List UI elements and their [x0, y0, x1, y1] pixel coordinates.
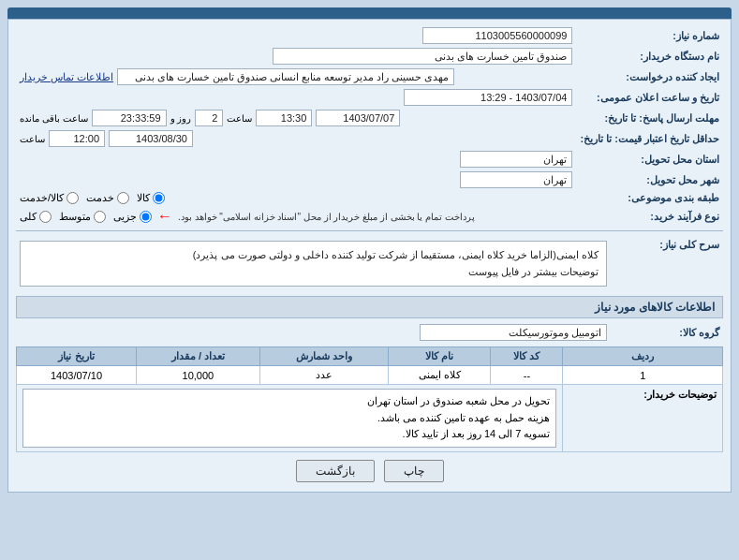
- days-label: روز و: [170, 113, 192, 124]
- products-section-title: اطلاعات کالاهای مورد نیاز: [16, 296, 723, 318]
- col-product-name: نام کالا: [389, 347, 491, 366]
- summary-row: سرح کلی نیاز: کلاه ایمنی(الزاما خرید کلا…: [16, 235, 723, 292]
- contact-link[interactable]: اطلاعات تماس خریدار: [20, 71, 113, 83]
- city-input: [460, 171, 572, 188]
- remain-input: [92, 110, 167, 126]
- buyer-org-row: نام دستگاه خریدار:: [16, 46, 723, 66]
- time-label: ساعت: [227, 113, 252, 124]
- print-button[interactable]: چاپ: [384, 460, 444, 482]
- col-unit-code: واحد شمارش: [259, 347, 388, 366]
- back-button[interactable]: بازگشت: [296, 460, 375, 482]
- remain-label: ساعت باقی مانده: [20, 113, 88, 124]
- product-group-label: گروه کالا:: [611, 322, 723, 343]
- red-arrow-icon: ←: [157, 208, 172, 225]
- button-group: چاپ بازگشت: [16, 460, 723, 482]
- radio-jozi[interactable]: جزیی: [113, 211, 152, 223]
- datetime-label: تاریخ و ساعت اعلان عمومی:: [576, 87, 723, 108]
- need-number-input: [422, 27, 572, 44]
- province-value: [16, 149, 576, 169]
- city-label: شهر محل تحویل:: [576, 169, 723, 190]
- product-group-value: [16, 322, 611, 343]
- cell-product-code: --: [491, 366, 563, 385]
- page-header: [7, 7, 732, 19]
- buyer-notes-value: تحویل در محل شعبه صندوق در استان تهران ه…: [17, 385, 563, 452]
- response-time-input: [256, 110, 312, 126]
- radio-koli[interactable]: کلی: [20, 211, 52, 223]
- buyer-notes-line2: هزینه حمل به عهده تامین کننده می باشد.: [29, 410, 550, 427]
- radio-mottavaset[interactable]: متوسط: [59, 211, 106, 223]
- requester-input: [117, 68, 454, 85]
- need-number-label: شماره نیاز:: [576, 25, 723, 46]
- col-count: تعداد / مقدار: [136, 347, 259, 366]
- province-label: استان محل تحویل:: [576, 149, 723, 169]
- city-row: شهر محل تحویل:: [16, 169, 723, 190]
- purchase-note: پرداخت تمام یا بخشی از مبلغ خریدار از مح…: [178, 212, 475, 222]
- category-row: طبقه بندی موضوعی: کالا/خدمت خدمت کالا: [16, 190, 723, 206]
- min-price-time-input: [49, 130, 105, 147]
- response-deadline-row: مهلت ارسال پاسخ: تا تاریخ: ساعت باقی مان…: [16, 108, 723, 128]
- cell-product-name: کلاه ایمنی: [389, 366, 491, 385]
- cell-count: 10,000: [136, 366, 259, 385]
- radio-kala-input[interactable]: [153, 192, 165, 204]
- cell-row-num: 1: [563, 366, 723, 385]
- requester-label: ایجاد کننده درخواست:: [576, 66, 723, 87]
- category-label: طبقه بندی موضوعی:: [576, 190, 723, 206]
- purchase-type-row: نوع فرآیند خرید: کلی متوسط: [16, 206, 723, 227]
- product-group-input: [420, 324, 607, 341]
- summary-note: کلاه ایمنی(الزاما خرید کلاه ایمنی، مستقی…: [20, 241, 607, 287]
- min-price-value: ساعت: [16, 128, 576, 149]
- products-table: ردیف کد کالا نام کالا واحد شمارش تعداد /…: [16, 346, 723, 452]
- col-product-code: کد کالا: [491, 347, 563, 366]
- info-table: شماره نیاز: نام دستگاه خریدار: ایجاد کنن…: [16, 25, 723, 227]
- radio-jozi-input[interactable]: [140, 211, 152, 223]
- cell-unit-code: عدد: [259, 366, 388, 385]
- response-date-input: [316, 110, 400, 126]
- province-input: [460, 151, 572, 168]
- cell-need-date: 1403/07/10: [17, 366, 137, 385]
- buyer-org-label: نام دستگاه خریدار:: [576, 46, 723, 66]
- response-deadline-label: مهلت ارسال پاسخ: تا تاریخ:: [576, 108, 723, 128]
- days-input: [195, 110, 223, 126]
- divider1: [16, 230, 723, 231]
- buyer-notes-content: تحویل در محل شعبه صندوق در استان تهران ه…: [22, 389, 556, 448]
- city-value: [16, 169, 576, 190]
- summary-line1: کلاه ایمنی(الزاما خرید کلاه ایمنی، مستقی…: [28, 247, 599, 264]
- requester-value: اطلاعات تماس خریدار: [16, 66, 576, 87]
- radio-kala-khedmat[interactable]: کالا/خدمت: [20, 192, 79, 204]
- need-number-value: [77, 25, 576, 46]
- radio-kala[interactable]: کالا: [137, 192, 165, 204]
- col-need-date: تاریخ نیاز: [17, 347, 137, 366]
- buyer-org-value: [16, 46, 576, 66]
- product-group-row: گروه کالا:: [16, 322, 723, 343]
- buyer-notes-label-cell: توضیحات خریدار:: [563, 385, 723, 452]
- response-deadline-value: ساعت باقی مانده روز و ساعت: [16, 108, 576, 128]
- min-price-label: حداقل تاریخ اعتبار قیمت: تا تاریخ:: [576, 128, 723, 149]
- radio-mottavaset-input[interactable]: [94, 211, 106, 223]
- radio-kala-khedmat-input[interactable]: [67, 192, 79, 204]
- radio-khedmat-input[interactable]: [117, 192, 129, 204]
- min-price-date-input: [109, 130, 193, 147]
- radio-khedmat[interactable]: خدمت: [86, 192, 129, 204]
- summary-value: کلاه ایمنی(الزاما خرید کلاه ایمنی، مستقی…: [16, 235, 611, 292]
- table-row: 1 -- کلاه ایمنی عدد 10,000 1403/07/10: [17, 366, 723, 385]
- requester-row: ایجاد کننده درخواست: اطلاعات تماس خریدار: [16, 66, 723, 87]
- buyer-notes-line1: تحویل در محل شعبه صندوق در استان تهران: [29, 393, 550, 410]
- radio-koli-input[interactable]: [39, 211, 52, 223]
- product-group-table: گروه کالا:: [16, 322, 723, 343]
- purchase-type-label: نوع فرآیند خرید:: [576, 206, 723, 227]
- summary-table: سرح کلی نیاز: کلاه ایمنی(الزاما خرید کلا…: [16, 235, 723, 292]
- buyer-notes-line3: تسویه 7 الی 14 روز بعد از تایید کالا.: [29, 426, 550, 443]
- category-value: کالا/خدمت خدمت کالا: [16, 190, 576, 206]
- datetime-value: [16, 87, 576, 108]
- purchase-type-value: کلی متوسط جزیی ←: [16, 206, 576, 227]
- min-price-row: حداقل تاریخ اعتبار قیمت: تا تاریخ: ساعت: [16, 128, 723, 149]
- datetime-input: [404, 89, 572, 106]
- summary-line2: توضیحات بیشتر در فایل پیوست: [28, 264, 599, 281]
- col-row-num: ردیف: [563, 347, 723, 366]
- datetime-row: تاریخ و ساعت اعلان عمومی:: [16, 87, 723, 108]
- buyer-notes-row: توضیحات خریدار: تحویل در محل شعبه صندوق …: [17, 385, 723, 452]
- time-label2: ساعت: [20, 134, 45, 144]
- buyer-notes-label: توضیحات خریدار:: [643, 389, 717, 400]
- province-row: استان محل تحویل:: [16, 149, 723, 169]
- summary-label: سرح کلی نیاز:: [611, 235, 723, 292]
